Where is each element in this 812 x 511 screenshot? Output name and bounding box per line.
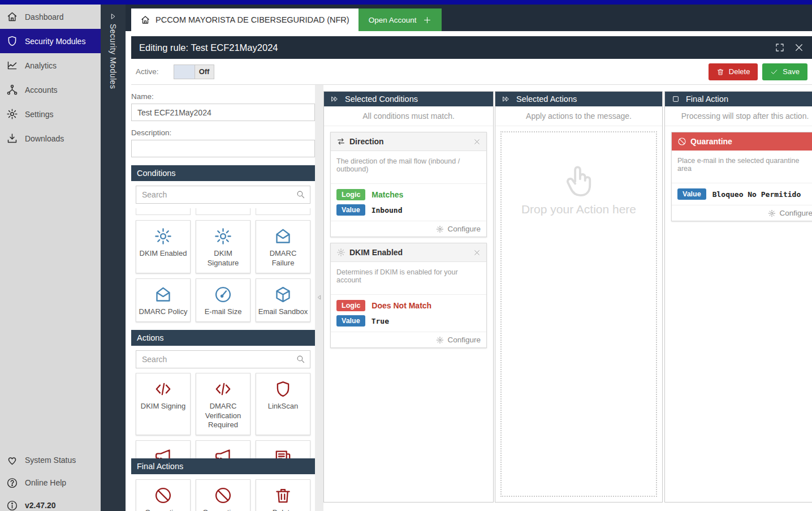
delete-rule-button[interactable]: Delete <box>709 63 758 80</box>
megaphone-icon <box>154 447 172 458</box>
condition-card-values: Logic Matches Value Inbound <box>331 184 486 221</box>
final-action-card-quarantine: Quarantine Place e-mail in the selected … <box>671 132 812 221</box>
top-accent-bar <box>0 0 812 5</box>
account-tab[interactable]: PCCOM MAYORISTA DE CIBERSEGURIDAD (NFR) <box>131 8 359 31</box>
condition-card-dkim-enabled: DKIM Enabled Determines if DKIM is enabl… <box>330 243 487 348</box>
conditions-tile-grid <box>131 208 315 215</box>
remove-condition-icon[interactable] <box>473 249 481 256</box>
tile-label: Delete <box>273 508 294 511</box>
sidebar-item-accounts[interactable]: Accounts <box>0 78 101 102</box>
code-icon <box>214 380 232 398</box>
action-tile-clipped[interactable] <box>256 440 310 458</box>
tile-label: LinkScan <box>268 402 298 411</box>
sidebar-item-downloads[interactable]: Downloads <box>0 126 101 151</box>
active-toggle[interactable]: Off <box>174 65 214 79</box>
condition-card-values: Logic Does Not Match Value True <box>331 295 486 332</box>
final-action-tile-quarantine-company[interactable]: Quarantine - Company <box>196 479 250 511</box>
actions-search-input[interactable] <box>136 350 310 368</box>
tile-label: Quarantine - Company <box>198 508 248 511</box>
condition-card-header: DKIM Enabled <box>331 243 486 262</box>
configure-condition-button[interactable]: Configure <box>331 332 486 347</box>
sidebar-item-label: Downloads <box>25 134 64 143</box>
final-actions-section-header: Final Actions <box>131 458 315 474</box>
sidebar-footer: System Status Online Help v2.47.20 <box>0 449 101 511</box>
final-action-tile-delete[interactable]: Delete <box>256 479 310 511</box>
clipped-tile <box>136 208 191 215</box>
condition-tile-dkim-signature[interactable]: DKIM Signature <box>196 220 250 273</box>
fullscreen-button[interactable] <box>775 42 785 53</box>
description-label: Description: <box>131 128 315 137</box>
rule-name-input[interactable] <box>131 104 315 121</box>
condition-tile-dkim-enabled[interactable]: DKIM Enabled <box>136 220 191 273</box>
gear-icon <box>6 108 18 120</box>
action-dropzone[interactable]: Drop your Action here <box>500 131 657 497</box>
sidebar-item-settings[interactable]: Settings <box>0 102 101 126</box>
action-tile-dmarc-verification-required[interactable]: DMARC Verification Required <box>196 373 250 436</box>
account-tab-label: PCCOM MAYORISTA DE CIBERSEGURIDAD (NFR) <box>156 15 349 24</box>
action-tile-clipped[interactable] <box>196 440 250 458</box>
expand-panel-caret-icon[interactable] <box>109 12 117 20</box>
sidebar-item-security-modules[interactable]: Security Modules <box>0 29 101 53</box>
value-badge: Value <box>336 204 365 216</box>
configure-final-action-button[interactable]: Configure <box>672 205 812 221</box>
sidebar: Dashboard Security Modules Analytics Acc… <box>0 5 101 511</box>
sidebar-item-label: Security Modules <box>25 37 85 46</box>
name-label: Name: <box>131 92 315 101</box>
trash-icon <box>716 68 724 76</box>
condition-tile-email-size[interactable]: E-mail Size <box>196 278 250 322</box>
column-title: Final Action <box>686 95 728 104</box>
condition-card-title: DKIM Enabled <box>349 248 403 257</box>
condition-tile-email-sandbox[interactable]: Email Sandbox <box>256 278 310 322</box>
configure-condition-button[interactable]: Configure <box>331 221 486 237</box>
clipped-tile <box>196 208 250 215</box>
collapse-panel-caret-icon[interactable] <box>316 294 322 300</box>
sidebar-item-dashboard[interactable]: Dashboard <box>0 5 101 29</box>
remove-condition-icon[interactable] <box>473 138 481 145</box>
sidebar-item-label: System Status <box>25 456 76 465</box>
action-tile-linkscan[interactable]: LinkScan <box>256 373 310 436</box>
tile-label: DKIM Enabled <box>140 249 187 259</box>
condition-card-description: Determines if DKIM is enabled for your a… <box>331 262 486 295</box>
rule-editor-modal: Editing rule: Test ECF21May2024 Active: … <box>126 31 812 511</box>
check-icon <box>770 68 778 76</box>
action-tile-clipped[interactable] <box>136 440 191 458</box>
sidebar-item-online-help[interactable]: Online Help <box>0 471 101 494</box>
actions-tile-grid: DKIM Signing DMARC Verification Required… <box>131 373 315 436</box>
sidebar-item-system-status[interactable]: System Status <box>0 449 101 471</box>
sidebar-item-version: v2.47.20 <box>0 494 101 511</box>
tile-label: DMARC Policy <box>139 307 188 317</box>
expand-icon <box>775 42 785 53</box>
open-account-label: Open Account <box>369 16 417 24</box>
newspaper-icon <box>274 447 292 458</box>
final-action-tile-quarantine[interactable]: Quarantine <box>136 479 191 511</box>
org-chart-icon <box>6 84 18 96</box>
panel-splitter[interactable] <box>315 85 323 511</box>
open-account-button[interactable]: Open Account <box>359 8 442 31</box>
gear-badge-icon <box>214 227 232 246</box>
open-envelope-icon <box>154 285 172 304</box>
condition-tile-dmarc-failure[interactable]: DMARC Failure <box>256 220 310 273</box>
selected-actions-header: Selected Actions <box>495 92 662 106</box>
final-action-card-title: Quarantine <box>690 137 732 146</box>
final-action-card-values: Value Bloqueo No Permitido <box>672 183 812 205</box>
condition-tile-dmarc-policy[interactable]: DMARC Policy <box>136 278 191 322</box>
selected-actions-subtitle: Apply actions to the message. <box>495 106 662 126</box>
active-label: Active: <box>136 67 159 76</box>
toggle-state-label: Off <box>195 65 214 79</box>
fast-forward-icon <box>502 95 511 104</box>
save-rule-button[interactable]: Save <box>762 63 807 80</box>
dropzone-hint: Drop your Action here <box>521 203 636 216</box>
final-action-value: Bloqueo No Permitido <box>712 190 801 199</box>
collapsed-panel-strip[interactable]: Security Modules <box>101 5 126 511</box>
question-circle-icon <box>6 477 18 489</box>
close-modal-button[interactable] <box>794 42 804 53</box>
action-tile-dkim-signing[interactable]: DKIM Signing <box>136 373 191 436</box>
rule-description-input[interactable] <box>131 140 315 157</box>
condition-card-description: The direction of the mail flow (inbound … <box>331 151 486 184</box>
conditions-search-input[interactable] <box>136 186 310 204</box>
final-action-column: Final Action Processing will stop after … <box>664 91 812 503</box>
sidebar-item-analytics[interactable]: Analytics <box>0 53 101 78</box>
final-action-card-description: Place e-mail in the selected quarantine … <box>672 151 812 183</box>
collapsed-panel-label: Security Modules <box>109 24 118 89</box>
sidebar-item-label: Online Help <box>25 478 66 487</box>
